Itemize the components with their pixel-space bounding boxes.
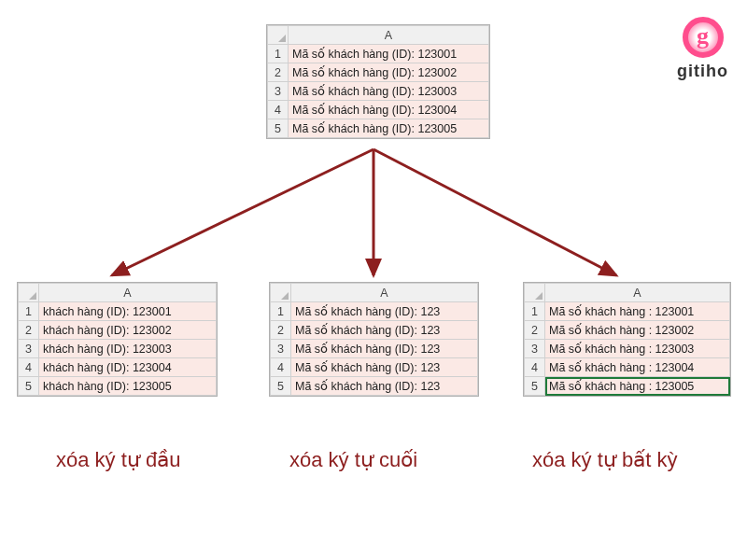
row-header[interactable]: 3: [271, 340, 291, 358]
cell[interactable]: Mã số khách hàng (ID): 123005: [289, 119, 489, 138]
select-all-corner[interactable]: [268, 26, 289, 45]
cell[interactable]: Mã số khách hàng (ID): 123: [291, 377, 478, 396]
cell[interactable]: khách hàng (ID): 123005: [39, 377, 217, 396]
select-all-corner[interactable]: [525, 284, 545, 302]
svg-line-2: [374, 149, 616, 275]
select-all-corner[interactable]: [271, 284, 291, 302]
row-header[interactable]: 1: [525, 302, 545, 321]
cell[interactable]: Mã số khách hàng (ID): 123003: [289, 82, 489, 101]
brand-glyph: g: [697, 22, 709, 50]
cell[interactable]: Mã số khách hàng (ID): 123001: [289, 45, 489, 63]
spreadsheet-remove-any: A 1Mã số khách hàng : 123001 2Mã số khác…: [523, 282, 731, 397]
row-header[interactable]: 5: [271, 377, 291, 396]
row-header[interactable]: 2: [268, 63, 289, 82]
column-header-a[interactable]: A: [545, 284, 730, 302]
row-header[interactable]: 5: [19, 377, 39, 396]
row-header[interactable]: 2: [525, 321, 545, 340]
row-header[interactable]: 3: [19, 340, 39, 358]
cell[interactable]: Mã số khách hàng : 123004: [545, 358, 730, 377]
caption-remove-any: xóa ký tự bất kỳ: [532, 448, 677, 472]
brand-name: gitiho: [677, 62, 728, 81]
select-all-corner[interactable]: [19, 284, 39, 302]
row-header[interactable]: 4: [19, 358, 39, 377]
row-header[interactable]: 4: [525, 358, 545, 377]
cell[interactable]: Mã số khách hàng : 123003: [545, 340, 730, 358]
row-header[interactable]: 4: [268, 101, 289, 119]
row-header[interactable]: 5: [525, 377, 545, 396]
brand-logo-mark: g: [683, 17, 724, 58]
spreadsheet-remove-first: A 1khách hàng (ID): 123001 2khách hàng (…: [17, 282, 218, 397]
spreadsheet-source: A 1Mã số khách hàng (ID): 123001 2Mã số …: [266, 24, 490, 139]
cell[interactable]: khách hàng (ID): 123003: [39, 340, 217, 358]
cell[interactable]: Mã số khách hàng (ID): 123: [291, 358, 478, 377]
spreadsheet-remove-last: A 1Mã số khách hàng (ID): 123 2Mã số khá…: [269, 282, 479, 397]
cell[interactable]: Mã số khách hàng (ID): 123004: [289, 101, 489, 119]
brand-logo: g gitiho: [677, 17, 728, 81]
caption-remove-first: xóa ký tự đầu: [56, 448, 180, 472]
row-header[interactable]: 2: [271, 321, 291, 340]
row-header[interactable]: 4: [271, 358, 291, 377]
row-header[interactable]: 3: [525, 340, 545, 358]
column-header-a[interactable]: A: [289, 26, 489, 45]
cell[interactable]: Mã số khách hàng : 123002: [545, 321, 730, 340]
row-header[interactable]: 1: [19, 302, 39, 321]
row-header[interactable]: 1: [271, 302, 291, 321]
cell[interactable]: Mã số khách hàng : 123001: [545, 302, 730, 321]
column-header-a[interactable]: A: [39, 284, 217, 302]
column-header-a[interactable]: A: [291, 284, 478, 302]
cell[interactable]: Mã số khách hàng (ID): 123: [291, 321, 478, 340]
cell[interactable]: khách hàng (ID): 123002: [39, 321, 217, 340]
caption-remove-last: xóa ký tự cuối: [289, 448, 417, 472]
cell[interactable]: Mã số khách hàng (ID): 123: [291, 302, 478, 321]
cell[interactable]: khách hàng (ID): 123004: [39, 358, 217, 377]
row-header[interactable]: 1: [268, 45, 289, 63]
cell[interactable]: khách hàng (ID): 123001: [39, 302, 217, 321]
row-header[interactable]: 2: [19, 321, 39, 340]
cell-selected[interactable]: Mã số khách hàng : 123005: [545, 377, 730, 396]
row-header[interactable]: 3: [268, 82, 289, 101]
row-header[interactable]: 5: [268, 119, 289, 138]
cell[interactable]: Mã số khách hàng (ID): 123002: [289, 63, 489, 82]
cell[interactable]: Mã số khách hàng (ID): 123: [291, 340, 478, 358]
svg-line-0: [112, 149, 374, 275]
